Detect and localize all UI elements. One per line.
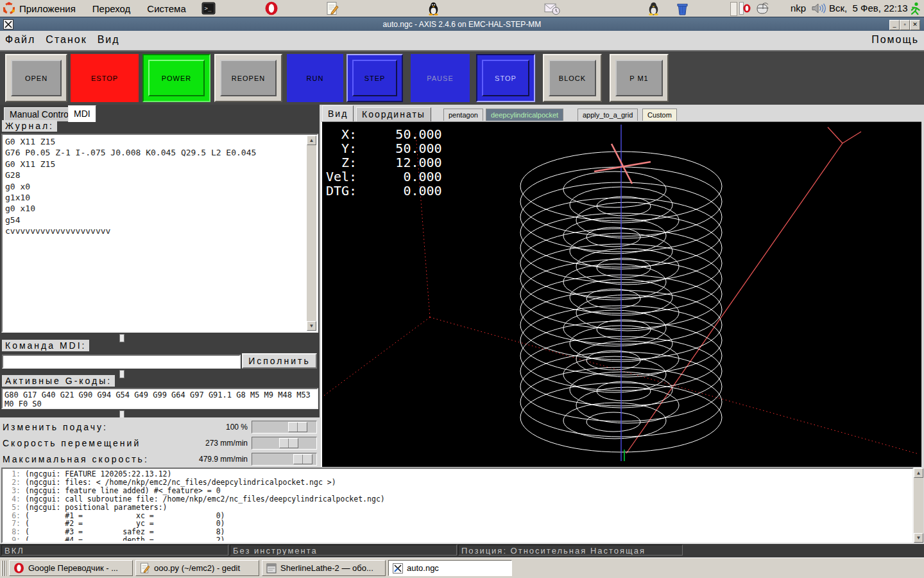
- status-section-1: ВКЛ: [1, 545, 228, 556]
- panel-menu-1[interactable]: Приложения: [19, 3, 76, 14]
- active-gcodes-box: G80 G17 G40 G21 G90 G94 G54 G49 G99 G64 …: [1, 388, 318, 409]
- scroll-up-icon[interactable]: ▲: [914, 468, 923, 478]
- menu-help[interactable]: Помощь: [871, 34, 919, 46]
- penguin-icon[interactable]: [648, 1, 659, 15]
- desktop: ПриложенияПереходСистема >_ nkp Вск, 5 Ф…: [0, 0, 924, 578]
- maximize-button[interactable]: ▫: [900, 20, 910, 30]
- status-section-2: Без инструмента: [230, 545, 457, 556]
- slider-label: Изменить подачу:: [3, 422, 108, 432]
- tab-manual-control[interactable]: Manual Control: [4, 107, 76, 121]
- tab-mdi[interactable]: MDI: [68, 105, 96, 122]
- panel-menu-2[interactable]: Переход: [92, 3, 131, 14]
- mdi-history[interactable]: G0 X11 Z15 G76 P0.05 Z-1 I-.075 J0.008 K…: [1, 134, 318, 333]
- taskbar-button-1[interactable]: Google Переводчик - ...: [9, 560, 133, 576]
- taskbar-button-2[interactable]: ooo.py (~/emc2) - gedit: [135, 560, 259, 576]
- toolbar-button-p-m1[interactable]: P M1: [610, 54, 669, 102]
- sash-handle[interactable]: [119, 334, 124, 342]
- tray-separator: [730, 2, 737, 16]
- slider-track[interactable]: [252, 437, 317, 450]
- backplot-canvas[interactable]: X: 50.000 Y: 50.000 Z: 12.000 Vel: 0.000…: [321, 121, 921, 467]
- axis-icon: [393, 563, 403, 574]
- tab-pentagon[interactable]: pentagon: [443, 109, 483, 121]
- mdi-history-text: G0 X11 Z15 G76 P0.05 Z-1 I-.075 J0.008 K…: [5, 136, 305, 330]
- svg-text:>_: >_: [205, 5, 212, 12]
- slider-thumb[interactable]: [293, 454, 312, 464]
- terminal-icon[interactable]: >_: [201, 1, 216, 15]
- slider-label: Скорость перемещений: [3, 438, 141, 448]
- control-panel: Manual ControlMDI Журнал: G0 X11 Z15 G76…: [0, 105, 320, 467]
- ubuntu-menu-icon[interactable]: [3, 1, 15, 15]
- window-titlebar[interactable]: auto.ngc - AXIS 2.4.6 on EMC-HAL-STEP-MM…: [0, 17, 924, 31]
- menu-1[interactable]: Файл: [5, 34, 35, 46]
- taskbar-button-4[interactable]: auto.ngc: [388, 560, 512, 576]
- toolbar-button-block[interactable]: BLOCK: [543, 54, 602, 102]
- tux-icon[interactable]: [428, 1, 439, 15]
- active-gcodes-label: Активные G-коды:: [2, 375, 115, 387]
- scroll-down-icon[interactable]: ▼: [914, 533, 923, 543]
- gcode-text: 1: (ngcgui: FEATURE 120205:22.13.12)2: (…: [4, 470, 911, 541]
- gnome-top-panel: ПриложенияПереходСистема >_ nkp Вск, 5 Ф…: [0, 0, 924, 17]
- gedit-icon: [140, 563, 150, 574]
- mdi-command-input[interactable]: [2, 355, 241, 369]
- status-bar: ВКЛБез инструментаПозиция: Относительная…: [0, 544, 924, 557]
- taskbar-button-label: ooo.py (~/emc2) - gedit: [154, 563, 240, 573]
- taskbar-button-label: Google Переводчик - ...: [28, 563, 118, 573]
- taskbar: Google Переводчик - ...ooo.py (~/emc2) -…: [0, 557, 924, 578]
- slider-value: 273 mm/min: [205, 439, 252, 448]
- toolbar-button-run[interactable]: RUN: [287, 54, 343, 102]
- history-scrollbar[interactable]: ▲ ▼: [307, 136, 316, 331]
- slider-track[interactable]: [252, 421, 317, 434]
- panel-menus: ПриложенияПереходСистема: [19, 0, 186, 17]
- opera-icon[interactable]: [264, 1, 278, 15]
- toolbar-button-stop[interactable]: STOP: [476, 54, 535, 102]
- gcode-listing[interactable]: 1: (ngcgui: FEATURE 120205:22.13.12)2: (…: [1, 468, 914, 543]
- minimize-button[interactable]: _: [889, 20, 900, 30]
- taskbar-button-3[interactable]: SherlineLathe-2 — обо...: [262, 560, 386, 576]
- taskbar-button-label: auto.ngc: [407, 563, 439, 573]
- scroll-down-icon[interactable]: ▼: [307, 321, 316, 331]
- toolbar: OPENESTOPPOWERREOPENRUNSTEPPAUSESTOPBLOC…: [0, 51, 924, 105]
- taskbar-handle[interactable]: [1, 561, 6, 576]
- opera-task-icon: [13, 563, 24, 574]
- toolbar-button-open[interactable]: OPEN: [5, 54, 67, 102]
- speaker-icon[interactable]: [811, 1, 826, 15]
- toolbar-button-estop[interactable]: ESTOP: [71, 54, 139, 102]
- slider-row-3: Максимальная скорость:479.9 mm/min: [3, 452, 317, 466]
- slider-row-1: Изменить подачу:100 %: [3, 420, 317, 434]
- mdi-execute-button[interactable]: Исполнить: [242, 353, 317, 369]
- tab-deepcylindricalpocket[interactable]: deepcylindricalpocket: [486, 109, 563, 121]
- toolbar-button-pause[interactable]: PAUSE: [411, 54, 470, 102]
- window-icon: [266, 563, 277, 574]
- panel-menu-3[interactable]: Система: [147, 3, 185, 14]
- toolbar-button-reopen[interactable]: REOPEN: [214, 54, 282, 102]
- scroll-up-icon[interactable]: ▲: [307, 136, 316, 145]
- menu-3[interactable]: Вид: [98, 34, 120, 46]
- opera-badge-icon[interactable]: [739, 1, 751, 15]
- edit-note-icon[interactable]: [326, 1, 339, 15]
- gcode-line: 9: ( #4 = depth = 2): [4, 536, 911, 541]
- gcode-panel: 1: (ngcgui: FEATURE 120205:22.13.12)2: (…: [0, 467, 924, 544]
- clock-label[interactable]: Вск, 5 Фев, 22:13: [829, 3, 908, 13]
- mail-clock-icon[interactable]: [544, 1, 560, 15]
- slider-value: 100 %: [226, 423, 252, 432]
- tab-custom[interactable]: Custom: [642, 109, 677, 121]
- menubar: ФайлСтанокВид Помощь: [0, 31, 924, 51]
- gcode-scrollbar[interactable]: ▲ ▼: [914, 468, 923, 543]
- slider-track[interactable]: [252, 453, 317, 466]
- slider-thumb[interactable]: [279, 438, 298, 448]
- trash-icon[interactable]: [676, 1, 689, 15]
- log-label: Журнал:: [2, 120, 57, 132]
- tab-apply_to_a_grid[interactable]: apply_to_a_grid: [578, 109, 638, 121]
- menu-2[interactable]: Станок: [46, 34, 87, 46]
- sash-handle[interactable]: [119, 370, 124, 378]
- slider-thumb[interactable]: [288, 422, 307, 432]
- toolbar-button-power[interactable]: POWER: [142, 54, 210, 102]
- control-tabs: Manual ControlMDI: [0, 105, 320, 121]
- logout-icon[interactable]: [910, 1, 921, 15]
- mouse-icon[interactable]: [756, 1, 770, 15]
- tab-вид[interactable]: Вид: [322, 105, 354, 122]
- close-button[interactable]: ✕: [910, 20, 920, 30]
- tab-координаты[interactable]: Координаты: [356, 107, 431, 121]
- slider-label: Максимальная скорость:: [3, 454, 149, 464]
- toolbar-button-step[interactable]: STEP: [346, 54, 403, 102]
